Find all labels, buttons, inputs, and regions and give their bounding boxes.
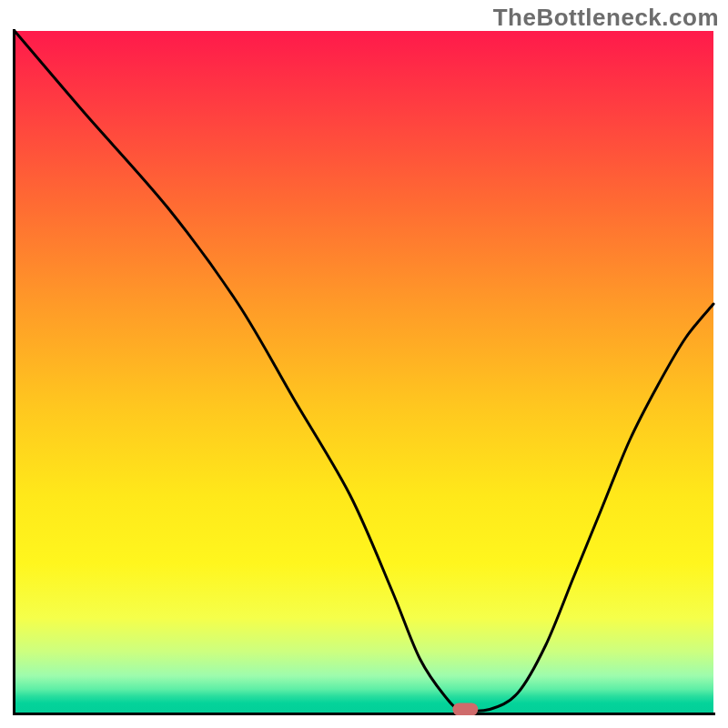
chart-plot-area <box>13 29 715 715</box>
chart-frame: TheBottleneck.com <box>0 0 728 728</box>
chart-background <box>15 31 713 713</box>
chart-svg <box>13 29 715 715</box>
watermark-text: TheBottleneck.com <box>493 4 719 32</box>
optimal-marker <box>452 703 478 716</box>
